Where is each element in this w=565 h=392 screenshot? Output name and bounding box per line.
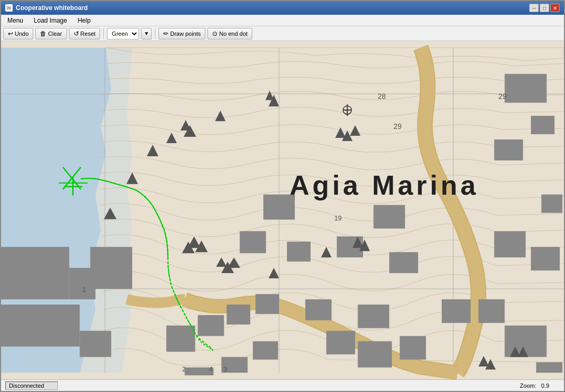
svg-rect-9 bbox=[373, 205, 405, 229]
svg-rect-18 bbox=[536, 362, 562, 373]
svg-rect-35 bbox=[255, 294, 279, 314]
undo-icon: ↩ bbox=[8, 30, 13, 37]
no-end-dot-icon: ⊙ bbox=[212, 30, 217, 37]
menu-bar: Menu Load Image Help bbox=[1, 15, 564, 26]
window-title: Cooperative whiteboard bbox=[16, 4, 526, 12]
svg-rect-7 bbox=[531, 116, 554, 134]
draw-points-label: Draw points bbox=[170, 31, 201, 37]
maximize-button[interactable]: □ bbox=[540, 4, 549, 12]
svg-text:1: 1 bbox=[82, 286, 86, 294]
draw-points-button[interactable]: ✏ Draw points bbox=[158, 28, 205, 39]
svg-rect-28 bbox=[80, 331, 111, 357]
svg-rect-15 bbox=[531, 247, 560, 270]
svg-rect-14 bbox=[494, 231, 526, 257]
map-svg: 28 29 29 19 2 3 4 1 Agia Marina bbox=[1, 41, 564, 379]
zoom-display: Zoom: 0.9 bbox=[520, 383, 549, 389]
svg-rect-8 bbox=[494, 139, 523, 160]
color-dropdown-arrow[interactable]: ▼ bbox=[141, 28, 152, 39]
undo-label: Undo bbox=[15, 31, 28, 37]
svg-text:29: 29 bbox=[498, 92, 507, 100]
svg-rect-32 bbox=[198, 315, 224, 336]
zoom-label: Zoom: bbox=[520, 383, 536, 389]
svg-rect-24 bbox=[90, 247, 132, 289]
window-controls: ─ □ ✕ bbox=[529, 4, 560, 12]
svg-rect-25 bbox=[70, 268, 96, 299]
svg-rect-13 bbox=[479, 299, 505, 323]
menu-item-menu[interactable]: Menu bbox=[3, 16, 27, 25]
reset-button[interactable]: ↺ Reset bbox=[69, 28, 101, 39]
svg-rect-22 bbox=[358, 341, 392, 368]
toolbar: ↩ Undo 🗑 Clear ↺ Reset Green Red Blue Bl… bbox=[1, 26, 564, 41]
title-bar: W Cooperative whiteboard ─ □ ✕ bbox=[1, 1, 564, 15]
svg-rect-19 bbox=[305, 299, 332, 320]
color-select[interactable]: Green Red Blue Black bbox=[107, 28, 139, 39]
svg-rect-20 bbox=[326, 331, 355, 355]
svg-text:19: 19 bbox=[334, 214, 342, 222]
svg-rect-16 bbox=[541, 195, 562, 213]
no-end-dot-button[interactable]: ⊙ No end dot bbox=[207, 28, 252, 39]
clear-button[interactable]: 🗑 Clear bbox=[35, 28, 66, 39]
svg-rect-12 bbox=[442, 299, 471, 323]
svg-rect-6 bbox=[504, 74, 547, 103]
menu-item-load-image[interactable]: Load Image bbox=[29, 16, 71, 25]
svg-text:29: 29 bbox=[393, 122, 402, 130]
svg-text:28: 28 bbox=[378, 92, 386, 100]
toolbar-separator-2 bbox=[155, 28, 155, 39]
menu-item-help[interactable]: Help bbox=[73, 16, 95, 25]
app-icon: W bbox=[5, 4, 13, 12]
status-bar: Disconnected Zoom: 0.9 bbox=[1, 379, 564, 391]
toolbar-separator-1 bbox=[103, 28, 104, 39]
connection-status: Disconnected bbox=[5, 381, 58, 390]
svg-rect-23 bbox=[400, 336, 426, 360]
draw-points-icon: ✏ bbox=[163, 30, 168, 37]
map-area[interactable]: 28 29 29 19 2 3 4 1 Agia Marina bbox=[1, 41, 564, 379]
svg-rect-33 bbox=[166, 326, 195, 352]
svg-text:Agia  Marina: Agia Marina bbox=[290, 170, 479, 200]
reset-label: Reset bbox=[81, 31, 96, 37]
clear-label: Clear bbox=[48, 31, 62, 37]
svg-text:2: 2 bbox=[182, 365, 186, 373]
svg-text:4: 4 bbox=[209, 365, 213, 373]
svg-rect-11 bbox=[389, 252, 418, 273]
svg-rect-21 bbox=[358, 305, 389, 328]
svg-rect-31 bbox=[287, 242, 311, 262]
svg-rect-30 bbox=[240, 231, 266, 253]
svg-rect-26 bbox=[1, 247, 70, 299]
svg-rect-38 bbox=[253, 341, 278, 360]
reset-icon: ↺ bbox=[74, 30, 79, 37]
svg-rect-27 bbox=[1, 305, 80, 347]
clear-icon: 🗑 bbox=[40, 30, 46, 37]
no-end-dot-label: No end dot bbox=[219, 31, 247, 37]
undo-button[interactable]: ↩ Undo bbox=[3, 28, 33, 39]
svg-text:3: 3 bbox=[223, 365, 227, 373]
minimize-button[interactable]: ─ bbox=[529, 4, 539, 12]
svg-rect-34 bbox=[226, 305, 250, 325]
close-button[interactable]: ✕ bbox=[550, 4, 560, 12]
main-window: W Cooperative whiteboard ─ □ ✕ Menu Load… bbox=[0, 0, 565, 392]
zoom-value: 0.9 bbox=[541, 383, 549, 389]
